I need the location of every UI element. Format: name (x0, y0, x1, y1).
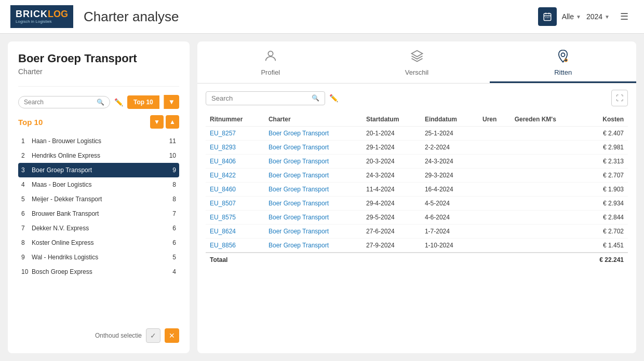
table-cell (478, 197, 511, 211)
hamburger-menu-icon[interactable]: ☰ (615, 7, 634, 26)
list-count: 9 (172, 166, 176, 174)
list-item[interactable]: 3 Boer Groep Transport 9 (18, 163, 179, 177)
logo-log: LOG (48, 9, 68, 20)
list-name: Brouwer Bank Transport (32, 210, 172, 217)
table-cell (511, 225, 582, 239)
content-search-row: 🔍 ✏️ ⛶ (206, 90, 628, 106)
table-cell: EU_8624 (206, 225, 264, 239)
check-button[interactable]: ✓ (146, 328, 160, 343)
list-name: Bosch Groep Express (32, 268, 172, 275)
table-column-header: Charter (264, 113, 362, 127)
list-item[interactable]: 7 Dekker N.V. Express 6 (18, 221, 179, 235)
table-cell: 20-3-2024 (362, 155, 421, 169)
year-dropdown[interactable]: 2024 ▼ (586, 12, 610, 21)
list-rank: 5 (21, 196, 32, 203)
table-cell (478, 127, 511, 141)
left-search-input[interactable] (24, 99, 95, 106)
filter-chevron-icon: ▼ (576, 14, 581, 20)
list-item[interactable]: 5 Meijer - Dekker Transport 8 (18, 192, 179, 206)
table-cell: € 2.934 (582, 197, 628, 211)
tab-profiel[interactable]: Profiel (197, 41, 344, 83)
table-row: EU_8460Boer Groep Transport11-4-202416-4… (206, 183, 628, 197)
list-item[interactable]: 1 Haan - Brouwer Logistics 11 (18, 134, 179, 148)
sort-up-button[interactable]: ▲ (166, 115, 179, 129)
sort-down-button[interactable]: ▼ (150, 115, 164, 129)
tab-verschil[interactable]: Verschil (344, 41, 490, 83)
table-cell (478, 239, 511, 253)
table-row: EU_8624Boer Groep Transport27-6-20241-7-… (206, 225, 628, 239)
list-name: Wal - Hendriks Logistics (32, 254, 172, 261)
list-rank: 1 (21, 137, 32, 145)
table-cell (478, 211, 511, 225)
year-chevron-icon: ▼ (605, 14, 610, 20)
filter-dropdown[interactable]: Alle ▼ (562, 12, 581, 21)
top10-label: Top 10 (18, 118, 43, 127)
table-cell: Boer Groep Transport (264, 155, 362, 169)
table-cell: € 2.844 (582, 211, 628, 225)
table-row: EU_8507Boer Groep Transport29-4-20244-5-… (206, 197, 628, 211)
table-column-header: Einddatum (421, 113, 478, 127)
left-edit-icon[interactable]: ✏️ (114, 98, 123, 106)
table-total-cell (478, 253, 511, 267)
bottom-bar: Onthoud selectie ✓ ✕ (18, 328, 179, 343)
calendar-icon[interactable] (538, 7, 557, 26)
table-cell: 2-2-2024 (421, 141, 478, 155)
content-edit-icon[interactable]: ✏️ (329, 94, 338, 102)
table-cell: Boer Groep Transport (264, 211, 362, 225)
content-area: 🔍 ✏️ ⛶ RitnummerCharterStartdatumEinddat… (197, 84, 636, 353)
table-column-header: Kosten (582, 113, 628, 127)
table-cell: 24-3-2024 (362, 169, 421, 183)
expand-button[interactable]: ⛶ (611, 90, 628, 106)
svg-point-10 (566, 60, 567, 61)
svg-rect-4 (545, 18, 546, 19)
list-item[interactable]: 9 Wal - Hendriks Logistics 5 (18, 250, 179, 265)
table-row: EU_8406Boer Groep Transport20-3-202424-3… (206, 155, 628, 169)
list-item[interactable]: 6 Brouwer Bank Transport 7 (18, 206, 179, 221)
list-item[interactable]: 2 Hendriks Online Express 10 (18, 148, 179, 163)
list-rank: 9 (21, 254, 32, 261)
table-cell: Boer Groep Transport (264, 183, 362, 197)
svg-rect-5 (547, 18, 548, 19)
top10-chevron-button[interactable]: ▼ (164, 95, 179, 109)
table-column-header: Ritnummer (206, 113, 264, 127)
tab-ritten[interactable]: Ritten (490, 41, 636, 83)
table-total-cell (362, 253, 421, 267)
table-cell: € 2.407 (582, 127, 628, 141)
table-total-cell: Totaal (206, 253, 264, 267)
table-column-header: Uren (478, 113, 511, 127)
list-name: Hendriks Online Express (32, 152, 169, 159)
table-cell: € 2.313 (582, 155, 628, 169)
content-search-input[interactable] (211, 94, 312, 102)
table-cell: 4-6-2024 (421, 211, 478, 225)
list-count: 8 (172, 181, 176, 188)
table-cell: EU_8460 (206, 183, 264, 197)
table-cell: Boer Groep Transport (264, 225, 362, 239)
table-cell: EU_8856 (206, 239, 264, 253)
list-rank: 6 (21, 210, 32, 217)
close-button[interactable]: ✕ (165, 328, 179, 343)
list-item[interactable]: 4 Maas - Boer Logistics 8 (18, 177, 179, 192)
svg-point-8 (561, 53, 565, 57)
logo-brick: BRICK (16, 9, 48, 20)
table-row: EU_8257Boer Groep Transport20-1-202425-1… (206, 127, 628, 141)
list-rank: 10 (21, 268, 32, 275)
left-search-wrap: 🔍 (18, 96, 110, 108)
company-type: Charter (18, 67, 179, 76)
list-item[interactable]: 8 Koster Online Express 6 (18, 235, 179, 250)
table-cell: EU_8507 (206, 197, 264, 211)
table-cell: 25-1-2024 (421, 127, 478, 141)
list-name: Meijer - Dekker Transport (32, 196, 172, 203)
table-cell: EU_8293 (206, 141, 264, 155)
table-cell: EU_8422 (206, 169, 264, 183)
table-cell: 29-5-2024 (362, 211, 421, 225)
top10-button[interactable]: Top 10 (127, 95, 159, 109)
filter-label: Alle (562, 12, 574, 21)
list-item[interactable]: 10 Bosch Groep Express 4 (18, 265, 179, 279)
list-count: 4 (172, 268, 176, 275)
logo-sub: Logisch in Logistiek (16, 20, 68, 24)
table-cell: EU_8575 (206, 211, 264, 225)
table-cell (511, 197, 582, 211)
search-row: 🔍 ✏️ Top 10 ▼ (18, 95, 179, 109)
content-search-wrap: 🔍 (206, 91, 325, 105)
table-cell: 20-1-2024 (362, 127, 421, 141)
